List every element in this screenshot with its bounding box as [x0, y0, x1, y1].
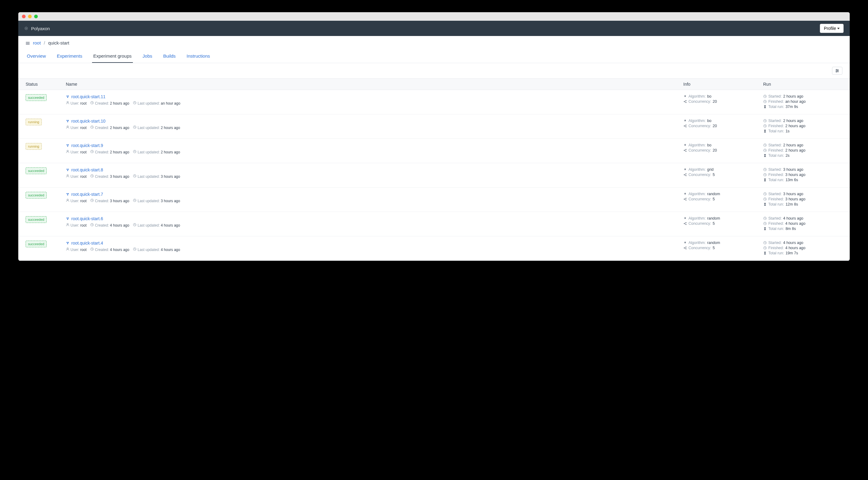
group-icon — [66, 217, 69, 220]
user-icon — [66, 125, 69, 129]
share-icon — [683, 149, 687, 152]
svg-line-55 — [684, 149, 686, 150]
profile-button[interactable]: Profile — [820, 24, 844, 33]
svg-point-85 — [686, 198, 687, 199]
clock-icon — [90, 247, 94, 251]
share-icon — [683, 197, 687, 201]
hourglass-icon — [763, 105, 767, 109]
group-icon — [66, 144, 69, 147]
status-badge: succeeded — [26, 94, 46, 101]
clock-icon — [133, 199, 136, 202]
group-name-link[interactable]: root.quick-start.10 — [71, 119, 105, 123]
tab-jobs[interactable]: Jobs — [142, 50, 154, 63]
svg-line-119 — [684, 247, 686, 248]
project-icon — [26, 40, 30, 46]
clock-icon — [763, 222, 767, 226]
svg-point-17 — [67, 101, 69, 103]
clock-icon — [763, 119, 767, 123]
group-name-link[interactable]: root.quick-start.7 — [71, 192, 103, 197]
list-header: Status Name Info Run — [18, 79, 850, 90]
user-icon — [66, 223, 69, 227]
svg-point-86 — [686, 200, 687, 201]
window-maximize-icon[interactable] — [34, 14, 38, 18]
share-icon — [683, 100, 687, 103]
col-status: Status — [26, 82, 62, 87]
svg-line-39 — [684, 125, 686, 126]
breadcrumb-project: quick-start — [48, 40, 69, 46]
sliders-icon — [835, 69, 839, 73]
tab-overview[interactable]: Overview — [26, 50, 47, 63]
breadcrumb-root-link[interactable]: root — [33, 40, 41, 46]
app-window: Polyaxon Profile root / quick-start Over… — [18, 12, 850, 261]
list-toolbar — [18, 63, 850, 79]
col-info: Info — [683, 82, 760, 87]
window-close-icon[interactable] — [22, 14, 26, 18]
svg-line-23 — [684, 101, 686, 101]
clock-icon — [763, 100, 767, 103]
asterisk-icon — [683, 119, 687, 123]
group-name-link[interactable]: root.quick-start.9 — [71, 143, 103, 148]
clock-icon — [90, 125, 94, 129]
group-row: running root.quick-start.9 User: root Cr… — [18, 139, 850, 163]
breadcrumb: root / quick-start — [18, 36, 850, 50]
svg-point-6 — [836, 69, 837, 70]
clock-icon — [133, 223, 136, 227]
group-row: succeeded root.quick-start.4 User: root … — [18, 236, 850, 261]
user-icon — [66, 199, 69, 202]
window-minimize-icon[interactable] — [28, 14, 32, 18]
tab-experiments[interactable]: Experiments — [56, 50, 84, 63]
svg-point-81 — [67, 199, 69, 201]
svg-point-8 — [837, 70, 838, 71]
clock-icon — [763, 143, 767, 147]
svg-point-102 — [686, 224, 687, 225]
svg-point-10 — [836, 71, 837, 72]
clock-icon — [90, 223, 94, 227]
svg-point-38 — [686, 126, 687, 127]
clock-icon — [763, 241, 767, 245]
group-name-link[interactable]: root.quick-start.4 — [71, 241, 103, 245]
group-icon — [66, 192, 69, 196]
chevron-down-icon — [837, 28, 840, 29]
col-run: Run — [763, 82, 842, 87]
tabs: OverviewExperimentsExperiment groupsJobs… — [18, 50, 850, 63]
group-row: succeeded root.quick-start.8 User: root … — [18, 163, 850, 187]
svg-point-37 — [686, 125, 687, 126]
group-name-link[interactable]: root.quick-start.8 — [71, 168, 103, 172]
group-row: succeeded root.quick-start.11 User: root… — [18, 90, 850, 114]
hourglass-icon — [763, 203, 767, 206]
asterisk-icon — [683, 168, 687, 171]
svg-line-56 — [684, 151, 686, 151]
svg-point-117 — [686, 247, 687, 248]
clock-icon — [133, 247, 136, 251]
clock-icon — [763, 197, 767, 201]
user-icon — [66, 174, 69, 178]
asterisk-icon — [683, 216, 687, 220]
clock-icon — [763, 216, 767, 220]
group-row: succeeded root.quick-start.7 User: root … — [18, 187, 850, 212]
svg-point-70 — [686, 175, 687, 176]
clock-icon — [90, 199, 94, 202]
group-name-link[interactable]: root.quick-start.11 — [71, 94, 105, 99]
asterisk-icon — [683, 192, 687, 196]
tab-experiment-groups[interactable]: Experiment groups — [92, 50, 133, 63]
asterisk-icon — [683, 143, 687, 147]
brand[interactable]: Polyaxon — [24, 25, 50, 32]
clock-icon — [763, 246, 767, 250]
group-icon — [66, 168, 69, 172]
svg-point-33 — [67, 126, 69, 127]
share-icon — [683, 222, 687, 226]
window-titlebar — [18, 12, 850, 21]
svg-line-120 — [684, 248, 686, 249]
svg-line-103 — [684, 222, 686, 223]
clock-icon — [133, 174, 136, 178]
clock-icon — [90, 101, 94, 104]
svg-point-69 — [686, 174, 687, 174]
svg-rect-3 — [26, 43, 30, 43]
tab-instructions[interactable]: Instructions — [185, 50, 211, 63]
svg-line-24 — [684, 102, 686, 102]
clock-icon — [90, 174, 94, 178]
filter-button[interactable] — [832, 67, 842, 75]
group-name-link[interactable]: root.quick-start.6 — [71, 216, 103, 221]
tab-builds[interactable]: Builds — [162, 50, 177, 63]
clock-icon — [90, 150, 94, 153]
